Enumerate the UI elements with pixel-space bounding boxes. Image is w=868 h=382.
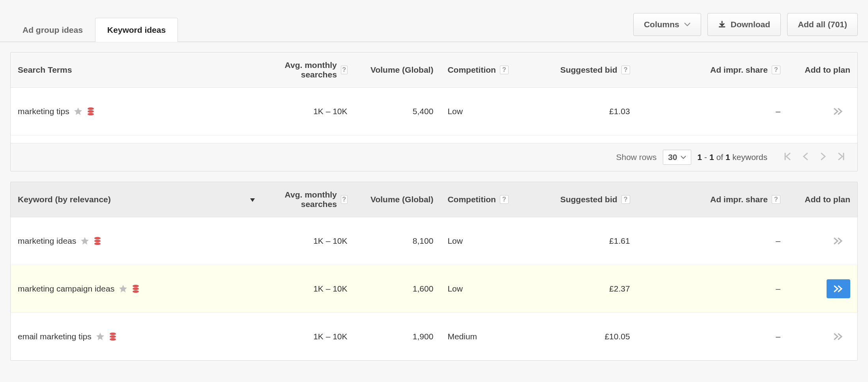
- cell-volume: 8,100: [355, 217, 441, 265]
- keyword-text: marketing tips: [18, 107, 69, 116]
- add-all-button[interactable]: Add all (701): [787, 13, 858, 36]
- cell-add: [788, 313, 857, 361]
- cell-competition: Low: [440, 88, 542, 135]
- prev-page-button[interactable]: [801, 151, 811, 164]
- cell-bid: £2.37: [543, 265, 637, 313]
- cell-competition: Medium: [440, 313, 542, 361]
- svg-point-1: [88, 110, 94, 113]
- cell-add: [788, 265, 857, 313]
- star-icon[interactable]: [95, 332, 105, 341]
- caret-down-icon: [681, 156, 686, 159]
- tabs: Ad group ideas Keyword ideas: [10, 8, 178, 41]
- columns-button-label: Columns: [644, 20, 679, 29]
- svg-point-0: [88, 107, 94, 110]
- rows-select-value: 30: [668, 152, 677, 162]
- th-suggested-bid[interactable]: Suggested bid?: [543, 53, 637, 88]
- help-icon[interactable]: ?: [500, 195, 509, 204]
- cell-add: [788, 217, 857, 265]
- cell-avg: 1K – 10K: [263, 313, 355, 361]
- database-icon[interactable]: [132, 284, 140, 294]
- help-icon[interactable]: ?: [772, 195, 780, 204]
- database-icon[interactable]: [87, 107, 95, 116]
- th-search-terms[interactable]: Search Terms: [11, 53, 263, 88]
- tab-keyword-ideas[interactable]: Keyword ideas: [95, 18, 178, 42]
- star-icon[interactable]: [80, 236, 90, 246]
- th-add-to-plan: Add to plan: [788, 182, 857, 217]
- cell-term: marketing tips: [11, 88, 263, 135]
- download-button-label: Download: [731, 20, 770, 29]
- add-to-plan-button[interactable]: [827, 327, 850, 346]
- keyword-text: marketing ideas: [18, 236, 76, 246]
- columns-button[interactable]: Columns: [633, 13, 701, 36]
- table-row: marketing tips 1K – 10K 5,400 Low £1.03 …: [11, 88, 857, 135]
- add-to-plan-button[interactable]: [827, 102, 850, 121]
- svg-point-4: [94, 240, 101, 242]
- star-icon[interactable]: [73, 107, 83, 116]
- rows-select[interactable]: 30: [663, 150, 691, 165]
- help-icon[interactable]: ?: [341, 195, 348, 204]
- svg-point-10: [110, 335, 116, 338]
- th-competition[interactable]: Competition?: [440, 182, 542, 217]
- th-avg-monthly[interactable]: Avg. monthly searches?: [263, 53, 355, 88]
- download-icon: [718, 21, 726, 28]
- cell-add: [788, 88, 857, 135]
- table-row: marketing campaign ideas 1K – 10K 1,600 …: [11, 265, 857, 313]
- keyword-text: marketing campaign ideas: [18, 284, 114, 294]
- table-row: marketing ideas 1K – 10K 8,100 Low £1.61…: [11, 217, 857, 265]
- cell-avg: 1K – 10K: [263, 217, 355, 265]
- first-page-button[interactable]: [782, 151, 793, 164]
- svg-point-6: [133, 285, 139, 287]
- th-avg-monthly[interactable]: Avg. monthly searches?: [263, 182, 355, 217]
- cell-volume: 5,400: [355, 88, 441, 135]
- add-to-plan-button[interactable]: [827, 279, 850, 298]
- pager-nav: [782, 151, 847, 164]
- tab-ad-group-ideas[interactable]: Ad group ideas: [10, 18, 95, 42]
- help-icon[interactable]: ?: [341, 66, 348, 74]
- next-page-button[interactable]: [818, 151, 828, 164]
- th-suggested-bid[interactable]: Suggested bid?: [543, 182, 637, 217]
- cell-volume: 1,900: [355, 313, 441, 361]
- add-to-plan-button[interactable]: [827, 231, 850, 250]
- cell-term: marketing ideas: [11, 217, 263, 265]
- last-page-button[interactable]: [835, 151, 847, 164]
- th-add-to-plan: Add to plan: [788, 53, 857, 88]
- help-icon[interactable]: ?: [621, 195, 630, 204]
- database-icon[interactable]: [109, 332, 117, 341]
- show-rows-label: Show rows: [616, 152, 657, 162]
- caret-down-icon: [684, 23, 690, 26]
- cell-share: –: [637, 265, 788, 313]
- cell-bid: £1.61: [543, 217, 637, 265]
- database-icon[interactable]: [94, 236, 101, 246]
- svg-point-5: [94, 243, 101, 245]
- cell-share: –: [637, 313, 788, 361]
- keyword-text: email marketing tips: [18, 332, 92, 341]
- cell-competition: Low: [440, 217, 542, 265]
- svg-point-8: [133, 290, 139, 293]
- topbar: Ad group ideas Keyword ideas Columns Dow…: [0, 0, 868, 42]
- help-icon[interactable]: ?: [772, 66, 780, 74]
- cell-share: –: [637, 88, 788, 135]
- cell-term: marketing campaign ideas: [11, 265, 263, 313]
- th-keyword-by-relevance[interactable]: Keyword (by relevance): [11, 182, 263, 217]
- cell-bid: £10.05: [543, 313, 637, 361]
- pager: Show rows 30 1 - 1 of 1 keywords: [11, 143, 857, 171]
- topbar-actions: Columns Download Add all (701): [633, 13, 858, 36]
- download-button[interactable]: Download: [707, 13, 781, 36]
- th-volume-global[interactable]: Volume (Global): [355, 182, 441, 217]
- th-volume-global[interactable]: Volume (Global): [355, 53, 441, 88]
- add-all-button-label: Add all (701): [798, 20, 847, 29]
- svg-point-11: [110, 338, 116, 341]
- help-icon[interactable]: ?: [500, 66, 509, 74]
- cell-term: email marketing tips: [11, 313, 263, 361]
- th-ad-impr-share[interactable]: Ad impr. share?: [637, 53, 788, 88]
- cell-avg: 1K – 10K: [263, 265, 355, 313]
- svg-point-2: [88, 113, 94, 115]
- help-icon[interactable]: ?: [621, 66, 630, 74]
- keyword-panel: Keyword (by relevance) Avg. monthly sear…: [10, 182, 858, 361]
- sort-desc-icon: [249, 196, 256, 203]
- pager-text: 1 - 1 of 1 keywords: [698, 152, 767, 162]
- th-competition[interactable]: Competition?: [440, 53, 542, 88]
- th-ad-impr-share[interactable]: Ad impr. share?: [637, 182, 788, 217]
- keyword-table: Keyword (by relevance) Avg. monthly sear…: [11, 182, 857, 360]
- star-icon[interactable]: [118, 284, 128, 294]
